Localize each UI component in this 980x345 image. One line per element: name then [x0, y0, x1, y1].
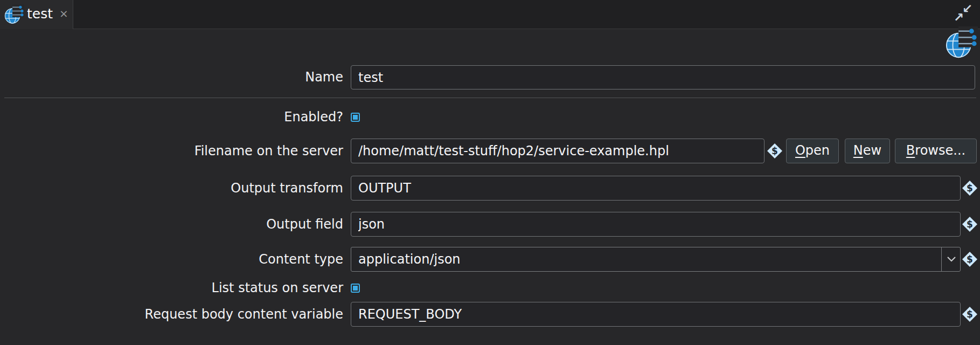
- output-transform-label: Output transform: [0, 176, 343, 201]
- tab-title: test: [27, 0, 53, 29]
- webservice-editor-window: test × ↙ ↗ Name Enabled? Filename on the…: [0, 0, 980, 345]
- variable-icon: $: [962, 181, 977, 196]
- collapse-arrow-icon: ↗: [954, 11, 964, 24]
- new-button-label: ew: [863, 143, 881, 158]
- enabled-checkbox[interactable]: [351, 113, 360, 122]
- enabled-label: Enabled?: [0, 105, 343, 129]
- webservice-icon-large: [944, 26, 978, 60]
- list-status-checkbox[interactable]: [351, 284, 360, 293]
- output-transform-input[interactable]: [351, 176, 961, 201]
- divider: [4, 98, 976, 98]
- tab-bar: test × ↙ ↗: [0, 0, 980, 29]
- svg-text:$: $: [967, 309, 973, 320]
- open-button-label: pen: [805, 143, 830, 158]
- content-type-input[interactable]: [351, 247, 941, 271]
- content-type-combo: [351, 247, 961, 272]
- svg-text:$: $: [967, 183, 973, 194]
- webservice-icon: [4, 4, 24, 25]
- browse-button-label: rowse...: [915, 143, 965, 158]
- variable-icon: $: [962, 307, 977, 322]
- svg-text:$: $: [967, 254, 973, 265]
- filename-input[interactable]: [351, 139, 764, 163]
- collapse-panel-button[interactable]: ↙ ↗: [953, 2, 976, 26]
- request-body-label: Request body content variable: [0, 302, 343, 327]
- open-button[interactable]: Open: [786, 139, 839, 163]
- content-type-label: Content type: [0, 247, 343, 272]
- name-label: Name: [0, 65, 343, 89]
- new-button[interactable]: New: [845, 139, 890, 163]
- variable-icon: $: [767, 143, 782, 158]
- browse-button[interactable]: Browse...: [895, 139, 977, 163]
- tab-close-icon[interactable]: ×: [59, 0, 68, 29]
- variable-icon: $: [962, 217, 977, 232]
- list-status-label: List status on server: [0, 275, 343, 300]
- tab-bar-divider: [73, 29, 980, 29]
- variable-icon: $: [962, 252, 977, 267]
- chevron-down-icon: [946, 256, 957, 263]
- checkbox-check: [353, 286, 358, 291]
- new-button-mnemonic: N: [853, 143, 863, 158]
- open-button-mnemonic: O: [795, 143, 805, 158]
- output-field-label: Output field: [0, 212, 343, 237]
- svg-text:$: $: [772, 146, 778, 156]
- output-field-input[interactable]: [351, 212, 961, 237]
- svg-text:$: $: [967, 219, 973, 230]
- tab-test[interactable]: test ×: [0, 0, 73, 29]
- checkbox-check: [353, 115, 358, 120]
- request-body-input[interactable]: [351, 302, 961, 327]
- name-input[interactable]: [351, 65, 975, 89]
- content-type-dropdown-button[interactable]: [941, 247, 960, 271]
- filename-label: Filename on the server: [0, 139, 343, 163]
- browse-button-mnemonic: B: [906, 143, 915, 158]
